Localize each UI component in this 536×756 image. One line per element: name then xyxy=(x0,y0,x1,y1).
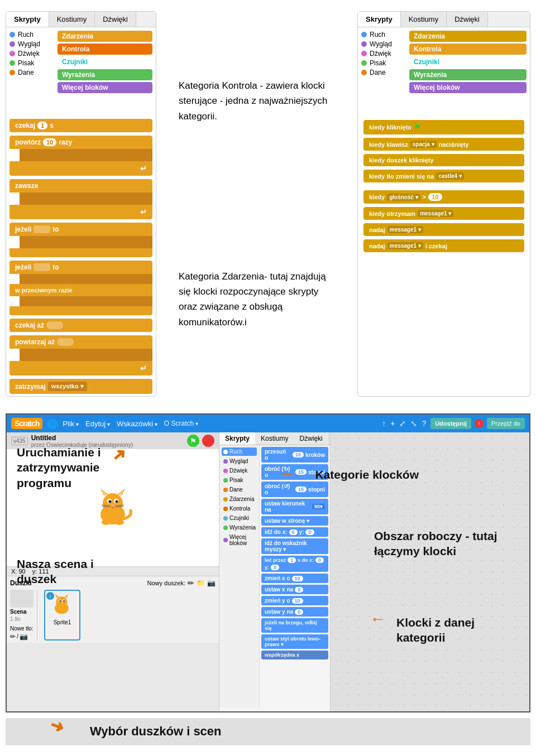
cat-dane-left[interactable]: Dane xyxy=(9,69,54,76)
stop-button[interactable] xyxy=(202,435,214,447)
cat-wiecej-left[interactable]: Więcej bloków xyxy=(58,82,152,93)
block-czekaj[interactable]: czekaj 1 s xyxy=(9,119,152,132)
cat-zdarzenia-right-btn[interactable]: Zdarzenia xyxy=(409,31,527,42)
palette-cat-ruch[interactable]: Ruch xyxy=(222,447,257,456)
block-nadaj-czekaj-dropdown[interactable]: message1 ▾ xyxy=(387,242,423,249)
motion-block-ustaw-kierunek[interactable]: ustaw kierunek na 90▾ xyxy=(261,499,328,514)
mb-kierunek-dropdown[interactable]: 90▾ xyxy=(312,504,325,509)
block-czekaj-az[interactable]: czekaj aż xyxy=(9,319,152,332)
motion-block-zmien-x[interactable]: zmień x o 10 xyxy=(261,574,328,583)
see-inside-button[interactable]: Przejdź do xyxy=(487,418,525,429)
block-zawsze[interactable]: zawsze xyxy=(9,179,152,192)
cat-wyrazenia-right-btn[interactable]: Wyrażenia xyxy=(409,69,527,80)
cat-kontrola-left[interactable]: Kontrola xyxy=(58,44,152,55)
cat-czujniki-right-btn[interactable]: Czujniki xyxy=(409,56,527,68)
stage-title[interactable]: Untitled xyxy=(31,434,184,442)
tab-kostiumy-right[interactable]: Kostiumy xyxy=(401,12,447,27)
block-powtorz-bottom[interactable]: ↵ xyxy=(9,161,152,176)
motion-block-ustaw-y[interactable]: ustaw y na 0 xyxy=(261,607,328,617)
upload-sprite-icon[interactable]: 📁 xyxy=(197,579,205,587)
block-kiedy-klawisz-dropdown[interactable]: spacja ▾ xyxy=(410,141,437,148)
tab-skrypty-left[interactable]: Skrypty xyxy=(6,12,49,27)
tab-dzwieki-right[interactable]: Dźwięki xyxy=(447,12,488,27)
motion-block-ustaw-x[interactable]: ustaw x na 0 xyxy=(261,585,328,594)
cat-zdarzenia-left[interactable]: Zdarzenia xyxy=(58,31,152,42)
tab-dzwieki-left[interactable]: Dźwięki xyxy=(95,12,136,27)
tab-kostiumy-left[interactable]: Kostiumy xyxy=(49,12,95,27)
motion-block-zmien-y[interactable]: zmień y o 10 xyxy=(261,596,328,605)
palette-cat-wyrazenia[interactable]: Wyrażenia xyxy=(222,523,257,532)
block-kiedy-tlo[interactable]: kiedy tło zmieni się na castle4 ▾ xyxy=(363,170,524,182)
tab-kostiumy-editor[interactable]: Kostiumy xyxy=(255,432,294,445)
menu-edytuj[interactable]: Edytuj xyxy=(85,420,110,428)
palette-cat-wyglad[interactable]: Wygląd xyxy=(222,457,257,465)
motion-block-idz-do-wskaznik[interactable]: idź do wskaźnik myszy ▾ xyxy=(261,538,328,554)
globe-icon[interactable]: 🌐 xyxy=(47,418,58,429)
cat-pisak-right[interactable]: Pisak xyxy=(361,59,406,67)
motion-block-obróć-ccw[interactable]: obroć (↺) o 15 stopni xyxy=(261,481,328,497)
palette-cat-zdarzenia[interactable]: Zdarzenia xyxy=(222,495,257,503)
upload-bg-icon[interactable]: / xyxy=(17,633,18,641)
resize-icon[interactable]: ⤡ xyxy=(410,419,417,428)
block-jezeli2-else[interactable]: w przeciwnym razie xyxy=(9,284,152,296)
menu-wskazowki[interactable]: Wskazówki xyxy=(117,420,157,428)
motion-block-ustaw-strone[interactable]: ustaw w stronę ▾ xyxy=(261,516,328,526)
cat-ruch-right[interactable]: Ruch xyxy=(361,31,406,38)
block-jezeli2-top[interactable]: jeżeli to xyxy=(9,261,152,274)
motion-block-idz-do[interactable]: idź do x: 0 y: 0 xyxy=(261,527,328,537)
block-kiedy-duszek[interactable]: kiedy duszek kliknięty xyxy=(363,154,524,166)
block-powtarzaj-az-bottom[interactable]: ↵ xyxy=(9,361,152,375)
upload-icon[interactable]: ↑ xyxy=(382,419,386,428)
block-powtarzaj-az[interactable]: powtarzaj aż xyxy=(9,335,152,349)
motion-block-lec[interactable]: leć przez 1 s do x: 0 y: 0 xyxy=(261,556,328,572)
run-flag-button[interactable]: ⚑ xyxy=(187,435,199,447)
paint-bg-icon[interactable]: ✏ xyxy=(10,633,16,641)
fullscreen-icon[interactable]: ⤢ xyxy=(399,419,406,428)
tab-skrypty-editor[interactable]: Skrypty xyxy=(219,432,255,445)
cat-pisak-left[interactable]: Pisak xyxy=(9,59,54,67)
block-kiedy-kliknieto[interactable]: kiedy kliknięto ⚑ xyxy=(363,120,524,134)
motion-block-przesuń[interactable]: przesuń o 10 kroków xyxy=(261,447,328,463)
sprite-item-sprite1[interactable]: i Sprite1 xyxy=(44,590,80,641)
cat-wyglad-right[interactable]: Wygląd xyxy=(361,40,406,48)
cat-ruch-left[interactable]: Ruch xyxy=(9,31,54,38)
motion-block-styl-obrotu[interactable]: ustaw styl obrotu lewo-prawo ▾ xyxy=(261,634,328,649)
block-kiedy-klawisz[interactable]: kiedy klawisz spacja ▾ naciśnięty xyxy=(363,138,524,151)
tab-skrypty-right[interactable]: Skrypty xyxy=(358,12,401,27)
camera-bg-icon[interactable]: 📷 xyxy=(20,633,28,641)
palette-cat-dane[interactable]: Dane xyxy=(222,485,257,494)
motion-block-jezeli-brzeg[interactable]: jeżeli na brzegu, odbij się xyxy=(261,618,328,633)
cat-dzwiek-right[interactable]: Dźwięk xyxy=(361,50,406,57)
block-jezeli2-bottom[interactable] xyxy=(9,306,152,315)
tab-dzwieki-editor[interactable]: Dźwięki xyxy=(294,432,328,445)
motion-block-wspolrzedna[interactable]: współrzędna x xyxy=(261,651,328,659)
palette-cat-czujniki[interactable]: Czujniki xyxy=(222,514,257,522)
block-zawsze-bottom[interactable]: ↵ xyxy=(9,205,152,219)
block-nadaj-dropdown[interactable]: message1 ▾ xyxy=(387,226,423,233)
block-glosnosc-dropdown[interactable]: głośność ▾ xyxy=(387,194,420,201)
block-jezeli-bottom[interactable] xyxy=(9,248,152,257)
palette-cat-wiecej[interactable]: Więcej bloków xyxy=(222,533,257,547)
cat-dzwiek-left[interactable]: Dźwięk xyxy=(9,50,54,57)
cat-kontrola-right-btn[interactable]: Kontrola xyxy=(409,44,527,55)
block-kiedy-tlo-dropdown[interactable]: castle4 ▾ xyxy=(436,172,464,180)
scene-thumb[interactable] xyxy=(10,590,34,608)
cat-wyrazenia-left[interactable]: Wyrażenia xyxy=(58,69,152,80)
block-nadaj[interactable]: nadaj message1 ▾ xyxy=(363,223,524,236)
palette-cat-pisak[interactable]: Pisak xyxy=(222,476,257,484)
cat-wyglad-left[interactable]: Wygląd xyxy=(9,40,54,48)
camera-sprite-icon[interactable]: 📷 xyxy=(207,579,216,587)
palette-cat-dzwiek[interactable]: Dźwięk xyxy=(222,466,257,475)
block-powtorz-top[interactable]: powtórz 10 razy xyxy=(9,136,152,149)
block-nadaj-czekaj[interactable]: nadaj message1 ▾ i czekaj xyxy=(363,239,524,252)
help-icon[interactable]: ? xyxy=(422,419,426,428)
block-jezeli-top[interactable]: jeżeli to xyxy=(9,223,152,236)
palette-cat-kontrola[interactable]: Kontrola xyxy=(222,504,257,513)
add-icon[interactable]: + xyxy=(390,419,395,428)
share-button[interactable]: Udostępnij xyxy=(430,418,471,429)
cat-czujniki-left[interactable]: Czujniki xyxy=(58,56,152,68)
menu-o-scratch[interactable]: O Scratch xyxy=(164,420,198,428)
cat-dane-right[interactable]: Dane xyxy=(361,69,406,76)
block-message1-dropdown1[interactable]: message1 ▾ xyxy=(418,210,453,217)
block-zatrzymaj[interactable]: zatrzymaj wszystko ▾ xyxy=(9,379,152,394)
